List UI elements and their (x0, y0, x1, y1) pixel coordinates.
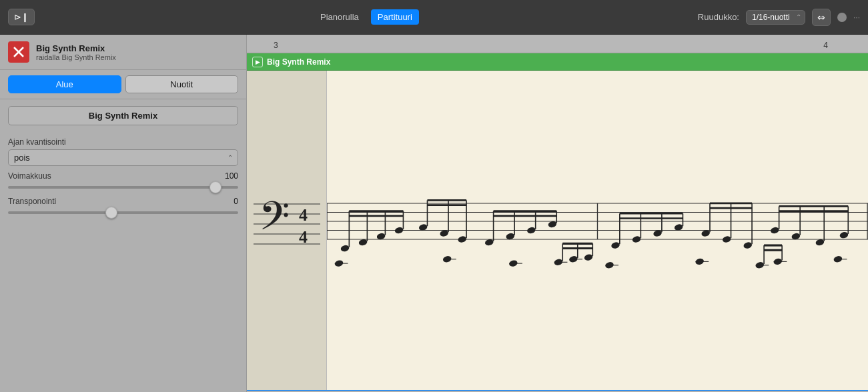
svg-point-70 (839, 231, 849, 239)
svg-point-32 (457, 235, 467, 243)
svg-point-58 (722, 235, 732, 243)
transpose-slider-track[interactable] (8, 211, 238, 214)
sheet-music: 𝄢 4 4 (247, 71, 868, 390)
tab-nuotit[interactable]: Nuotit (125, 75, 239, 93)
ruler-mark-4: 4 (823, 41, 828, 50)
svg-point-46 (610, 241, 620, 249)
quantize-param: Ajan kvantisointi pois (8, 137, 238, 166)
velocity-slider-track[interactable] (8, 186, 238, 189)
score-area: 3 4 ▶ Big Synth Remix (247, 35, 868, 392)
music-notes-svg (327, 71, 868, 390)
region-bar-name: Big Synth Remix (267, 57, 330, 67)
transpose-value: 0 (234, 197, 238, 206)
score-tab[interactable]: Partituuri (371, 9, 419, 25)
svg-point-18 (340, 245, 350, 253)
clef-area: 𝄢 4 4 (247, 71, 327, 390)
svg-point-24 (394, 227, 404, 235)
top-bar-left: ⊳❙ (8, 9, 35, 25)
filter-icon: ⊳❙ (14, 12, 29, 22)
velocity-slider-thumb[interactable] (209, 181, 222, 193)
velocity-label: Voimakkuus (8, 171, 51, 181)
quantize-select-wrap: pois (8, 149, 238, 166)
svg-point-60 (743, 241, 753, 249)
score-content: ▶ Big Synth Remix 𝄢 (247, 53, 868, 390)
quantize-select[interactable]: pois (8, 149, 238, 166)
track-icon (8, 41, 29, 63)
region-bar: ▶ Big Synth Remix (247, 53, 868, 71)
svg-text:4: 4 (299, 227, 308, 247)
notes-area (327, 71, 868, 390)
svg-text:𝄢: 𝄢 (259, 195, 290, 248)
param-section: Ajan kvantisointi pois Voimakkuus 100 (0, 132, 246, 222)
svg-point-48 (632, 235, 642, 243)
fit-icon: ⇔ (817, 12, 825, 23)
tab-alue[interactable]: Alue (8, 75, 121, 93)
filter-button[interactable]: ⊳❙ (8, 9, 35, 25)
grid-label: Ruudukko: (698, 12, 739, 22)
status-dot (837, 13, 847, 22)
svg-point-40 (526, 227, 536, 235)
svg-text:4: 4 (299, 205, 308, 225)
left-panel: Big Synth Remix raidalla Big Synth Remix… (0, 35, 247, 392)
transpose-param: Transponointi 0 (8, 197, 238, 217)
track-sub: raidalla Big Synth Remix (36, 53, 116, 61)
track-header: Big Synth Remix raidalla Big Synth Remix (0, 35, 246, 70)
region-name-button[interactable]: Big Synth Remix (8, 106, 238, 125)
main-area: Big Synth Remix raidalla Big Synth Remix… (0, 35, 868, 392)
grid-select-wrap: 1/16-nuotti (746, 10, 805, 25)
transpose-label: Transponointi (8, 197, 56, 206)
velocity-param: Voimakkuus 100 (8, 171, 238, 191)
extra-dots: ··· (853, 13, 860, 22)
svg-point-64 (770, 227, 780, 235)
region-play-icon: ▶ (252, 57, 263, 67)
quantize-label: Ajan kvantisointi (8, 137, 238, 147)
track-info: Big Synth Remix raidalla Big Synth Remix (36, 43, 116, 61)
svg-point-86 (584, 253, 594, 261)
top-bar-right: Ruudukko: 1/16-nuotti ⇔ ··· (698, 9, 860, 26)
grid-select[interactable]: 1/16-nuotti (746, 10, 805, 25)
fit-button[interactable]: ⇔ (812, 9, 831, 26)
timeline-ruler: 3 4 (247, 35, 868, 53)
transpose-slider-thumb[interactable] (105, 207, 117, 219)
track-name: Big Synth Remix (36, 43, 116, 53)
bass-clef-svg: 𝄢 4 4 (254, 164, 320, 297)
tab-row: Alue Nuotit (0, 70, 246, 99)
view-toggle-group: Pianorulla Partituuri (314, 9, 419, 25)
piano-roll-tab[interactable]: Pianorulla (314, 9, 366, 25)
velocity-value: 100 (225, 171, 238, 181)
ruler-mark-3: 3 (274, 41, 278, 50)
top-bar: ⊳❙ Pianorulla Partituuri Ruudukko: 1/16-… (0, 0, 868, 35)
